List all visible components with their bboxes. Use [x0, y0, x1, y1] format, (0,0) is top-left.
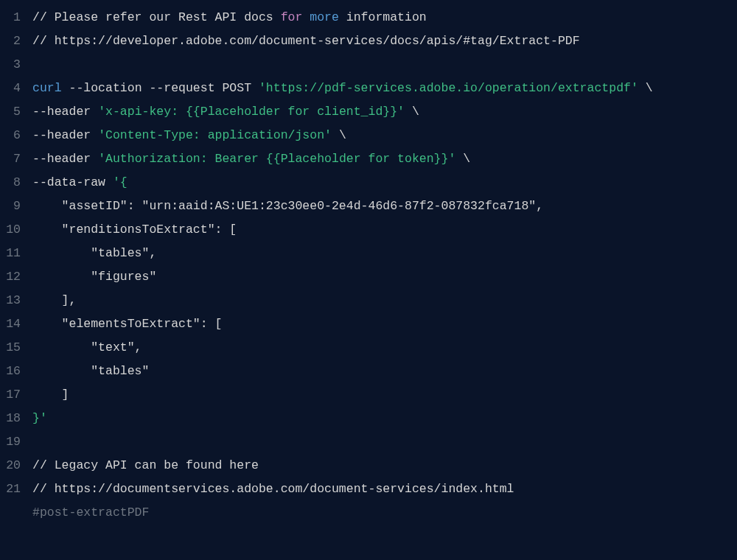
code-line[interactable]: --header 'Content-Type: application/json… [32, 124, 737, 147]
comment-text: // https://documentservices.adobe.com/do… [32, 482, 514, 496]
code-line[interactable] [32, 53, 737, 77]
line-number: 5 [0, 100, 21, 124]
comment-text: // Legacy API can be found here [32, 458, 259, 472]
line-number: 13 [0, 289, 21, 312]
code-line[interactable]: curl --location --request POST 'https://… [32, 77, 737, 100]
line-continuation: \ [455, 152, 470, 166]
anchor-tag: #post-extractPDF [32, 505, 149, 519]
code-line[interactable]: // Please refer our Rest API docs for mo… [32, 6, 737, 29]
curl-flags: --location --request POST [62, 81, 259, 95]
json-body: "renditionsToExtract": [ [32, 223, 237, 237]
code-line[interactable]: "assetID": "urn:aaid:AS:UE1:23c30ee0-2e4… [32, 195, 737, 218]
line-number: 9 [0, 195, 21, 218]
code-line[interactable]: #post-extractPDF [32, 501, 737, 525]
line-number: 16 [0, 360, 21, 383]
json-body: "assetID": "urn:aaid:AS:UE1:23c30ee0-2e4… [32, 199, 543, 213]
code-line[interactable]: "text", [32, 336, 737, 360]
code-line[interactable]: ] [32, 383, 737, 407]
code-line[interactable]: --header 'x-api-key: {{Placeholder for c… [32, 100, 737, 124]
json-body: "tables" [32, 364, 149, 378]
line-continuation: \ [405, 105, 419, 119]
line-number: 20 [0, 454, 21, 477]
json-body: ], [32, 293, 76, 307]
line-number: 4 [0, 77, 21, 100]
line-number: 21 [0, 477, 21, 501]
line-number: 8 [0, 171, 21, 195]
code-editor[interactable]: 1 2 3 4 5 6 7 8 9 10 11 12 13 14 15 16 1… [0, 6, 737, 560]
code-line[interactable]: --data-raw '{ [32, 171, 737, 195]
code-line[interactable]: ], [32, 289, 737, 312]
keyword-for: for [281, 10, 303, 24]
line-number: 2 [0, 29, 21, 53]
data-raw-flag: --data-raw [32, 175, 113, 189]
line-number: 12 [0, 265, 21, 289]
code-line[interactable]: // https://documentservices.adobe.com/do… [32, 477, 737, 501]
code-line[interactable] [32, 430, 737, 454]
line-number: 1 [0, 6, 21, 29]
json-open: '{ [113, 175, 128, 189]
line-number [0, 501, 21, 525]
code-line[interactable]: "figures" [32, 265, 737, 289]
code-line[interactable]: "renditionsToExtract": [ [32, 218, 737, 242]
json-body: "text", [32, 340, 142, 354]
header-value: 'Authorization: Bearer {{Placeholder for… [98, 152, 455, 166]
line-number: 3 [0, 53, 21, 77]
curl-command: curl [32, 81, 62, 95]
line-number: 19 [0, 430, 21, 454]
code-area[interactable]: // Please refer our Rest API docs for mo… [32, 6, 737, 560]
code-line[interactable]: "tables" [32, 360, 737, 383]
keyword-more: more [310, 10, 339, 24]
code-line[interactable]: // Legacy API can be found here [32, 454, 737, 477]
json-body: "elementsToExtract": [ [32, 317, 222, 331]
line-number: 18 [0, 407, 21, 430]
json-body: ] [32, 388, 69, 402]
line-number: 14 [0, 312, 21, 336]
json-body: "tables", [32, 246, 156, 260]
code-line[interactable]: }' [32, 407, 737, 430]
header-flag: --header [32, 128, 98, 142]
curl-url: 'https://pdf-services.adobe.io/operation… [259, 81, 638, 95]
header-flag: --header [32, 152, 98, 166]
comment-text: information [339, 10, 427, 24]
line-continuation: \ [332, 128, 346, 142]
code-line[interactable]: "tables", [32, 242, 737, 265]
code-line[interactable]: "elementsToExtract": [ [32, 312, 737, 336]
line-number: 10 [0, 218, 21, 242]
json-body: "figures" [32, 270, 156, 284]
line-continuation: \ [638, 81, 653, 95]
comment-text: // https://developer.adobe.com/document-… [32, 34, 580, 48]
header-value: 'Content-Type: application/json' [98, 128, 332, 142]
header-flag: --header [32, 105, 98, 119]
line-number-gutter: 1 2 3 4 5 6 7 8 9 10 11 12 13 14 15 16 1… [0, 6, 32, 560]
comment-text: // Please refer our Rest API docs [32, 10, 281, 24]
line-number: 15 [0, 336, 21, 360]
code-line[interactable]: // https://developer.adobe.com/document-… [32, 29, 737, 53]
code-line[interactable]: --header 'Authorization: Bearer {{Placeh… [32, 147, 737, 171]
json-close: }' [32, 411, 47, 425]
header-value: 'x-api-key: {{Placeholder for client_id}… [98, 105, 405, 119]
line-number: 6 [0, 124, 21, 147]
comment-text [302, 10, 310, 24]
line-number: 7 [0, 147, 21, 171]
line-number: 11 [0, 242, 21, 265]
line-number: 17 [0, 383, 21, 407]
